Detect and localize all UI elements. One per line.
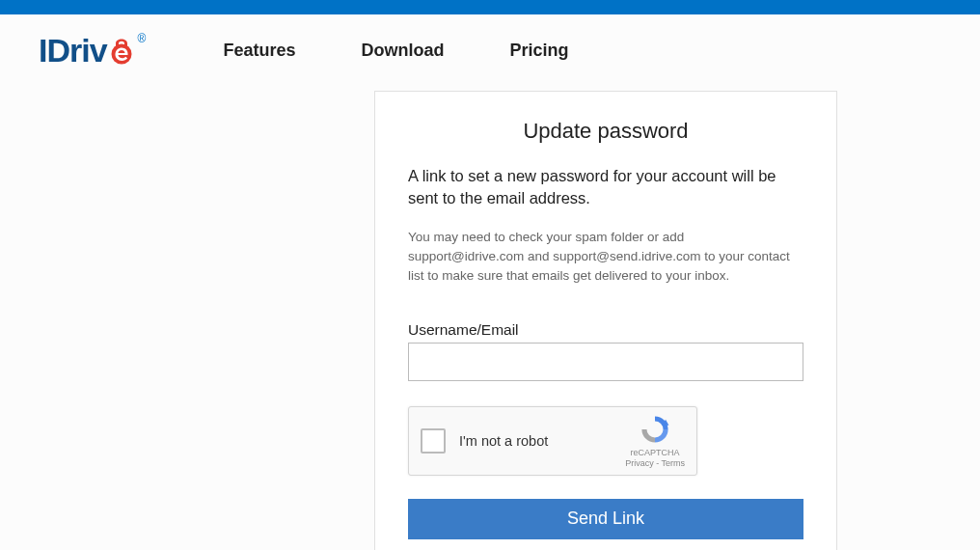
content-area: Update password A link to set a new pass… — [0, 91, 980, 550]
card-note: You may need to check your spam folder o… — [408, 228, 803, 287]
username-email-label: Username/Email — [408, 321, 803, 339]
nav-features[interactable]: Features — [223, 41, 295, 61]
card-description: A link to set a new password for your ac… — [408, 165, 803, 210]
registered-mark: ® — [138, 32, 147, 45]
recaptcha-icon — [639, 413, 671, 446]
logo[interactable]: IDriv ® — [39, 32, 146, 69]
recaptcha-checkbox[interactable] — [421, 428, 446, 454]
recaptcha-branding: reCAPTCHA Privacy - Terms — [625, 413, 685, 469]
nav-pricing[interactable]: Pricing — [509, 41, 568, 61]
recaptcha-brand-text: reCAPTCHA — [625, 448, 685, 458]
top-bar — [0, 0, 980, 14]
recaptcha-label: I'm not a robot — [459, 433, 625, 449]
card-title: Update password — [408, 119, 803, 144]
lock-e-icon — [107, 32, 136, 65]
recaptcha-widget: I'm not a robot reCAPTCHA Privacy - Term… — [408, 406, 697, 476]
main-nav: Features Download Pricing — [223, 41, 568, 61]
nav-download[interactable]: Download — [361, 41, 444, 61]
update-password-card: Update password A link to set a new pass… — [374, 91, 837, 550]
logo-text: IDriv — [39, 32, 107, 69]
header: IDriv ® Features Download Pricing — [0, 14, 980, 91]
recaptcha-separator: - — [654, 458, 662, 468]
recaptcha-terms-link[interactable]: Terms — [662, 458, 686, 468]
recaptcha-links: Privacy - Terms — [625, 458, 685, 469]
send-link-button[interactable]: Send Link — [408, 499, 803, 539]
recaptcha-privacy-link[interactable]: Privacy — [625, 458, 654, 468]
username-email-input[interactable] — [408, 343, 803, 381]
